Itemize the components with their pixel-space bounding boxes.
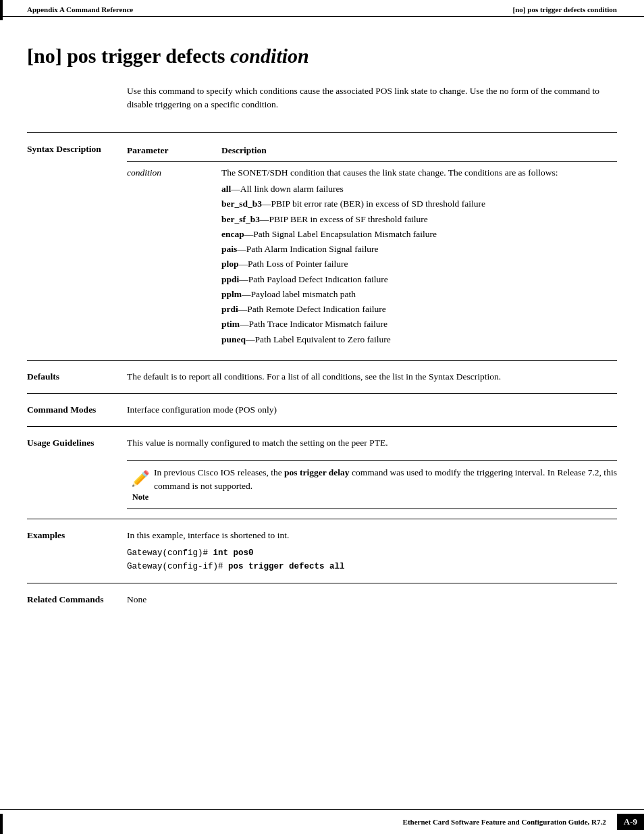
condition-item: ptim—Path Trace Indicator Mismatch failu… — [221, 317, 612, 331]
condition-item: puneq—Path Label Equivalent to Zero fail… — [221, 333, 612, 346]
note-box: ✏️ Note In previous Cisco IOS releases, … — [127, 460, 617, 509]
col-description: Description — [221, 142, 617, 162]
command-modes-text: Interface configuration mode (POS only) — [127, 405, 277, 415]
top-left-decoration — [0, 0, 3, 20]
bottom-left-decoration — [0, 814, 3, 834]
condition-item: pais—Path Alarm Indication Signal failur… — [221, 242, 612, 256]
page-header: Appendix A Command Reference [no] pos tr… — [0, 0, 644, 17]
related-commands-label: Related Commands — [27, 593, 127, 606]
syntax-param: condition — [127, 161, 221, 350]
condition-item: plop—Path Loss of Pointer failure — [221, 257, 612, 271]
code-bold-2: pos trigger defects all — [228, 562, 345, 571]
code-block: Gateway(config)# int pos0 Gateway(config… — [127, 546, 617, 573]
syntax-description-content: Parameter Description condition The SONE… — [127, 142, 617, 350]
condition-item: pplm—Payload label mismatch path — [221, 288, 612, 301]
syntax-param-desc: The SONET/SDH condition that causes the … — [221, 161, 617, 350]
conditions-list: all—All link down alarm failuresber_sd_b… — [221, 182, 612, 346]
title-italic: condition — [230, 45, 309, 67]
code-line-2: Gateway(config-if)# pos trigger defects … — [127, 560, 617, 573]
pencil-icon: ✏️ — [132, 467, 150, 490]
usage-guidelines-section: Usage Guidelines This value is normally … — [27, 426, 617, 518]
related-commands-content: None — [127, 593, 617, 606]
syntax-table: Parameter Description condition The SONE… — [127, 142, 617, 350]
condition-item: all—All link down alarm failures — [221, 182, 612, 196]
related-commands-text: None — [127, 594, 146, 604]
command-modes-label: Command Modes — [27, 403, 127, 417]
note-icon-area: ✏️ Note — [127, 466, 154, 503]
page-title: [no] pos trigger defects condition — [27, 44, 617, 68]
param-desc-text: The SONET/SDH condition that causes the … — [221, 167, 558, 178]
defaults-text: The default is to report all conditions.… — [127, 371, 501, 382]
syntax-row: condition The SONET/SDH condition that c… — [127, 161, 617, 350]
page-footer: Ethernet Card Software Feature and Confi… — [0, 809, 644, 834]
footer-title: Ethernet Card Software Feature and Confi… — [403, 818, 606, 826]
condition-item: ppdi—Path Payload Defect Indication fail… — [221, 273, 612, 286]
note-text-content: In previous Cisco IOS releases, the pos … — [154, 466, 617, 494]
examples-label: Examples — [27, 529, 127, 573]
condition-item: prdi—Path Remote Defect Indication failu… — [221, 303, 612, 316]
usage-guidelines-text: This value is normally configured to mat… — [127, 436, 617, 450]
main-content: [no] pos trigger defects condition Use t… — [0, 17, 644, 656]
syntax-description-section: Syntax Description Parameter Description… — [27, 132, 617, 360]
condition-item: ber_sf_b3—PBIP BER in excess of SF thres… — [221, 213, 612, 226]
header-right-text: [no] pos trigger defects condition — [513, 5, 617, 14]
syntax-description-label: Syntax Description — [27, 142, 127, 350]
footer-page: A-9 — [617, 814, 644, 830]
code-prefix-2: Gateway(config-if)# — [127, 562, 228, 571]
defaults-section: Defaults The default is to report all co… — [27, 360, 617, 393]
note-bold-text: pos trigger delay — [284, 467, 350, 477]
defaults-label: Defaults — [27, 370, 127, 384]
examples-content: In this example, interface is shortened … — [127, 529, 617, 573]
command-modes-section: Command Modes Interface configuration mo… — [27, 393, 617, 426]
code-line-1: Gateway(config)# int pos0 — [127, 546, 617, 560]
examples-section: Examples In this example, interface is s… — [27, 519, 617, 583]
command-modes-content: Interface configuration mode (POS only) — [127, 403, 617, 417]
title-prefix: [no] pos trigger defects — [27, 45, 230, 67]
usage-guidelines-content: This value is normally configured to mat… — [127, 436, 617, 509]
note-label: Note — [132, 491, 149, 503]
intro-text: Use this command to specify which condit… — [127, 84, 613, 112]
note-text-part1: In previous Cisco IOS releases, the — [154, 467, 284, 477]
examples-intro: In this example, interface is shortened … — [127, 529, 617, 542]
header-left-text: Appendix A Command Reference — [27, 5, 133, 14]
condition-item: ber_sd_b3—PBIP bit error rate (BER) in e… — [221, 197, 612, 211]
usage-guidelines-label: Usage Guidelines — [27, 436, 127, 509]
defaults-content: The default is to report all conditions.… — [127, 370, 617, 384]
code-prefix-1: Gateway(config)# — [127, 548, 213, 558]
related-commands-section: Related Commands None — [27, 583, 617, 616]
col-parameter: Parameter — [127, 142, 221, 162]
code-bold-1: int pos0 — [213, 548, 254, 558]
condition-item: encap—Path Signal Label Encapsulation Mi… — [221, 228, 612, 241]
